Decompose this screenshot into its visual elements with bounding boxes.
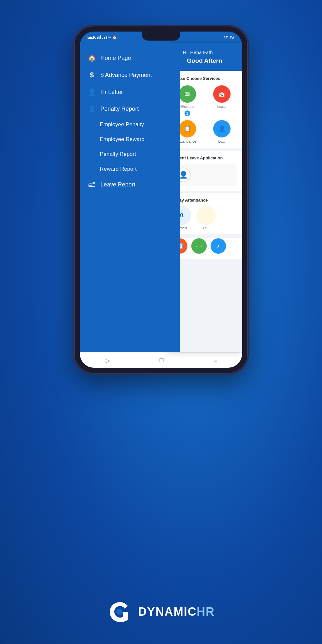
recent-leave-card: 👤 xyxy=(172,164,237,186)
leave-service-label: Lea... xyxy=(217,105,226,109)
phone-screen: ∿ ⏰ ١٢:٢٨ 🏠 Home Page $ xyxy=(80,32,242,368)
phone-frame: ∿ ⏰ ١٢:٢٨ 🏠 Home Page $ xyxy=(74,26,248,374)
subgreeting-text: Good Aftern xyxy=(173,57,236,64)
branding-area: DYNAMICHR xyxy=(107,599,215,625)
signal-bars xyxy=(95,35,101,39)
sidebar-item-hrletter-label: Hr Letter xyxy=(100,89,123,96)
battery-icon xyxy=(88,36,94,39)
brand-logo-icon xyxy=(107,599,133,625)
services-title: Please Choose Services xyxy=(172,76,237,81)
wifi-icon: ∿ xyxy=(108,35,111,40)
service-leave[interactable]: 📅 Lea... xyxy=(206,85,237,116)
svg-point-0 xyxy=(116,609,123,615)
sidebar-item-leave[interactable]: 🛋 Leave Report xyxy=(80,176,180,193)
employee-penalty-label: Employee Penalty xyxy=(100,121,144,128)
sidebar-item-advance[interactable]: $ $ Advance Payment xyxy=(80,66,180,84)
fab-share-button[interactable]: ⋯ xyxy=(191,238,207,254)
brand-name-accent: HR xyxy=(197,605,215,618)
sidebar-menu: 🏠 Home Page $ $ Advance Payment 👤 Hr Let… xyxy=(80,43,180,352)
sidebar-item-penalty[interactable]: 👤 Penalty Report xyxy=(80,100,180,117)
missions-icon-circle: ✉ xyxy=(179,85,196,103)
service-location[interactable]: 👤 Lo... xyxy=(206,120,237,143)
fab-next-button[interactable]: › xyxy=(211,238,226,254)
time-display: ١٢:٢٨ xyxy=(224,35,234,40)
sidebar-item-leave-label: Leave Report xyxy=(100,181,135,188)
brand-name: DYNAMICHR xyxy=(138,605,215,619)
nav-home-button[interactable]: □ xyxy=(153,354,170,366)
sidebar-sub-employee-penalty[interactable]: Employee Penalty xyxy=(80,117,180,132)
leave-icon: 🛋 xyxy=(88,181,96,188)
phone-device: ∿ ⏰ ١٢:٢٨ 🏠 Home Page $ xyxy=(74,26,248,374)
person-icon: 👤 xyxy=(88,88,96,96)
signal-bars-2 xyxy=(102,35,107,39)
late-circle xyxy=(196,206,216,225)
status-bar-left: ∿ ⏰ xyxy=(88,35,117,40)
location-icon-circle: 👤 xyxy=(213,120,231,137)
sidebar-item-penalty-label: Penalty Report xyxy=(100,106,139,112)
late-label: La... xyxy=(203,226,209,230)
employee-reward-label: Employee Reward xyxy=(100,136,145,142)
attendance-circles: 0 Present La... xyxy=(172,206,237,230)
home-icon: 🏠 xyxy=(88,54,96,62)
attendance-service-label: Attandance xyxy=(178,139,196,143)
attendance-title: Today Attendance xyxy=(172,198,237,203)
attendance-icon-circle: 📋 xyxy=(179,120,196,137)
alarm-icon: ⏰ xyxy=(112,35,117,40)
missions-label: Missions xyxy=(180,105,194,109)
sidebar-item-home[interactable]: 🏠 Home Page xyxy=(80,50,180,66)
penalty-report2-label: Penalty Report xyxy=(100,151,136,157)
sidebar-item-advance-label: $ Advance Payment xyxy=(100,72,152,79)
sidebar-sub-penalty-report[interactable]: Penalty Report xyxy=(80,147,180,162)
screen-content: 🏠 Home Page $ $ Advance Payment 👤 Hr Let… xyxy=(80,43,242,352)
dollar-icon: $ xyxy=(88,71,96,79)
sidebar-item-home-label: Home Page xyxy=(100,55,131,62)
nav-menu-button[interactable]: ≡ xyxy=(207,354,224,366)
services-grid: ✉ Missions 1 📅 Lea... 📋 xyxy=(172,85,237,143)
missions-badge: 1 xyxy=(185,110,190,116)
attendance-late: La... xyxy=(196,206,216,230)
app-header-top: ☰ Hi, Heba Fath xyxy=(173,48,236,56)
nav-back-button[interactable]: ▷ xyxy=(99,354,116,367)
leave-icon-circle: 📅 xyxy=(213,85,231,103)
greeting-text: Hi, Heba Fath xyxy=(183,50,213,55)
person2-icon: 👤 xyxy=(88,105,96,113)
sidebar-item-hrletter[interactable]: 👤 Hr Letter xyxy=(80,84,180,100)
reward-report-label: Reward Report xyxy=(100,166,137,172)
recent-leave-title: Recent Leave Application xyxy=(172,156,237,160)
sidebar-sub-reward-report[interactable]: Reward Report xyxy=(80,162,180,176)
sidebar-sub-employee-reward[interactable]: Employee Reward xyxy=(80,132,180,147)
brand-name-regular: DYNAMIC xyxy=(138,605,197,618)
bottom-navigation: ▷ □ ≡ xyxy=(80,352,242,368)
phone-notch xyxy=(142,32,180,41)
location-service-label: Lo... xyxy=(218,139,225,143)
